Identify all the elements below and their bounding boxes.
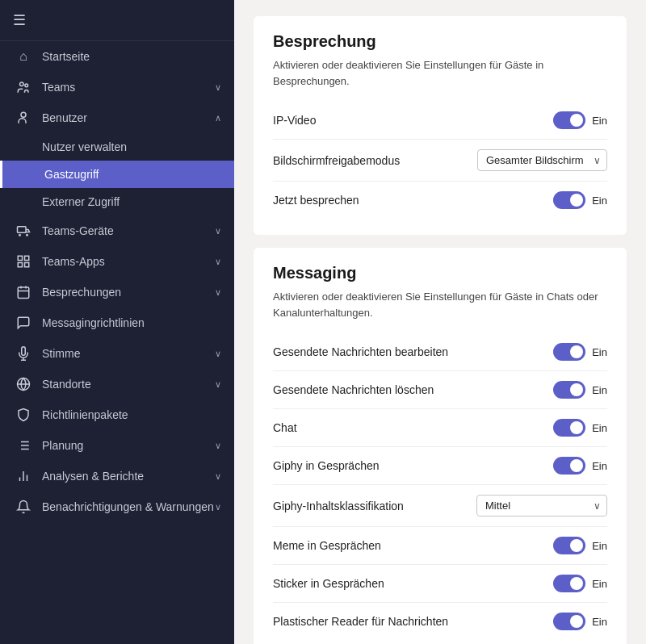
apps-icon <box>13 254 34 269</box>
dropdown-wrap-bildschirm: Gesamter Bildschirm Einzelne App Deaktiv… <box>477 149 607 171</box>
toggle-wrap-7: Ein <box>553 613 607 630</box>
sub-item-label: Externer Zugriff <box>42 195 120 208</box>
toggle-nachrichten-loeschen[interactable] <box>553 381 585 399</box>
toggle-plastischer-reader[interactable] <box>553 613 585 630</box>
toggle-meme-gespraechen[interactable] <box>553 537 585 554</box>
sidebar-item-label: Richtlinienpakete <box>42 408 221 421</box>
besprechung-section: Besprechung Aktivieren oder deaktivieren… <box>254 16 627 235</box>
setting-ip-video: IP-Video Ein <box>273 102 607 139</box>
toggle-label-3: Ein <box>592 460 607 472</box>
sidebar-item-label: Benachrichtigungen & Warnungen <box>42 500 215 513</box>
setting-label: Sticker in Gesprächen <box>273 577 384 590</box>
chevron-down-icon: ∨ <box>215 471 221 482</box>
svg-point-1 <box>25 84 28 87</box>
toggle-label-5: Ein <box>592 540 607 552</box>
toggle-jetzt-besprechen[interactable] <box>553 191 585 209</box>
sidebar-item-teams[interactable]: Teams ∨ <box>0 72 234 102</box>
setting-giphy-gespraechen: Giphy in Gesprächen Ein <box>273 446 607 484</box>
sidebar-item-messagingrichtlinien[interactable]: Messagingrichtlinien <box>0 307 234 338</box>
sidebar-item-label: Standorte <box>42 378 215 391</box>
sidebar-item-label: Teams-Apps <box>42 255 215 268</box>
chevron-down-icon: ∨ <box>215 287 221 298</box>
toggle-label-ip-video: Ein <box>592 115 607 127</box>
sidebar-item-standorte[interactable]: Standorte ∨ <box>0 369 234 399</box>
toggle-label-0: Ein <box>592 346 607 358</box>
chevron-down-icon: ∨ <box>215 441 221 451</box>
setting-label: Giphy in Gesprächen <box>273 459 380 472</box>
locations-icon <box>13 377 34 391</box>
setting-chat: Chat Ein <box>273 408 607 446</box>
sidebar-item-benachrichtigungen-warnungen[interactable]: Benachrichtigungen & Warnungen ∨ <box>0 491 234 522</box>
sidebar-item-planung[interactable]: Planung ∨ <box>0 430 234 461</box>
sidebar-item-teams-apps[interactable]: Teams-Apps ∨ <box>0 246 234 277</box>
setting-label: Bildschirmfreigabemodus <box>273 154 400 167</box>
messaging-desc: Aktivieren oder deaktivieren Sie Einstel… <box>273 289 607 320</box>
sidebar-item-teams-geraete[interactable]: Teams-Geräte ∨ <box>0 215 234 246</box>
notifications-icon <box>13 500 34 514</box>
svg-rect-7 <box>25 256 29 260</box>
devices-icon <box>13 224 34 238</box>
toggle-label-6: Ein <box>592 578 607 590</box>
analytics-icon <box>13 469 34 483</box>
sidebar-item-label: Besprechungen <box>42 286 215 299</box>
toggle-label-7: Ein <box>592 616 607 628</box>
setting-plastischer-reader: Plastischer Reader für Nachrichten Ein <box>273 602 607 640</box>
chevron-down-icon: ∨ <box>215 257 221 267</box>
sidebar-item-externer-zugriff[interactable]: Externer Zugriff <box>0 188 234 215</box>
chevron-down-icon: ∨ <box>215 502 221 512</box>
home-icon: ⌂ <box>13 49 34 64</box>
sidebar-item-label: Planung <box>42 439 215 452</box>
dropdown-wrap-giphy: Streng Moderat Mittel Niedrig Ohne Einsc… <box>476 495 607 516</box>
setting-jetzt-besprechen: Jetzt besprechen Ein <box>273 181 607 219</box>
hamburger-icon[interactable]: ☰ <box>13 11 26 29</box>
toggle-wrap-6: Ein <box>553 575 607 592</box>
toggle-wrap-1: Ein <box>553 381 607 399</box>
toggle-wrap-3: Ein <box>553 457 607 475</box>
sub-item-label: Nutzer verwalten <box>42 140 127 153</box>
messaging-title: Messaging <box>273 264 607 282</box>
main-content: Besprechung Aktivieren oder deaktivieren… <box>234 0 646 644</box>
sidebar-header: ☰ <box>0 0 234 41</box>
toggle-nachrichten-bearbeiten[interactable] <box>553 343 585 361</box>
sidebar-item-stimme[interactable]: Stimme ∨ <box>0 338 234 369</box>
sidebar-item-label: Messagingrichtlinien <box>42 316 221 329</box>
setting-label: Jetzt besprechen <box>273 194 359 207</box>
sidebar-item-analysen-berichte[interactable]: Analysen & Berichte ∨ <box>0 461 234 491</box>
setting-meme-gespraechen: Meme in Gesprächen Ein <box>273 526 607 564</box>
sidebar-item-benutzer[interactable]: Benutzer ∧ <box>0 102 234 133</box>
dropdown-giphy-inhaltsklassifikation[interactable]: Streng Moderat Mittel Niedrig Ohne Einsc… <box>476 495 607 516</box>
toggle-ip-video[interactable] <box>553 111 585 129</box>
messaging-section: Messaging Aktivieren oder deaktivieren S… <box>254 248 627 644</box>
setting-label: IP-Video <box>273 114 316 127</box>
toggle-wrap-2: Ein <box>553 419 607 437</box>
toggle-label-1: Ein <box>592 384 607 396</box>
svg-rect-3 <box>18 227 27 233</box>
sub-item-label: Gastzugriff <box>44 168 99 181</box>
setting-giphy-inhaltsklassifikation: Giphy-Inhaltsklassifikation Streng Moder… <box>273 484 607 526</box>
teams-icon <box>13 80 34 94</box>
sidebar-item-richtlinienpakete[interactable]: Richtlinienpakete <box>0 399 234 430</box>
messaging-icon <box>13 316 34 330</box>
toggle-label-2: Ein <box>592 422 607 434</box>
chevron-up-icon: ∧ <box>215 113 221 123</box>
user-icon <box>13 111 34 125</box>
chevron-down-icon: ∨ <box>215 349 221 359</box>
sidebar-item-nutzer-verwalten[interactable]: Nutzer verwalten <box>0 133 234 161</box>
toggle-giphy-gespraechen[interactable] <box>553 457 585 475</box>
setting-sticker-gespraechen: Sticker in Gesprächen Ein <box>273 564 607 602</box>
svg-point-5 <box>27 235 28 236</box>
voice-icon <box>13 346 34 361</box>
setting-label: Chat <box>273 421 297 434</box>
setting-label: Meme in Gesprächen <box>273 539 381 552</box>
toggle-wrap-ip-video: Ein <box>553 111 607 129</box>
dropdown-bildschirmfreigabemodus[interactable]: Gesamter Bildschirm Einzelne App Deaktiv… <box>477 149 607 171</box>
sidebar-item-gastzugriff[interactable]: Gastzugriff <box>0 161 234 188</box>
svg-point-0 <box>20 82 24 86</box>
toggle-sticker-gespraechen[interactable] <box>553 575 585 592</box>
svg-rect-9 <box>25 263 29 267</box>
sidebar-item-startseite[interactable]: ⌂ Startseite <box>0 41 234 72</box>
sidebar-item-besprechungen[interactable]: Besprechungen ∨ <box>0 277 234 307</box>
toggle-chat[interactable] <box>553 419 585 437</box>
sidebar-item-label: Teams <box>42 81 215 94</box>
toggle-wrap-5: Ein <box>553 537 607 554</box>
